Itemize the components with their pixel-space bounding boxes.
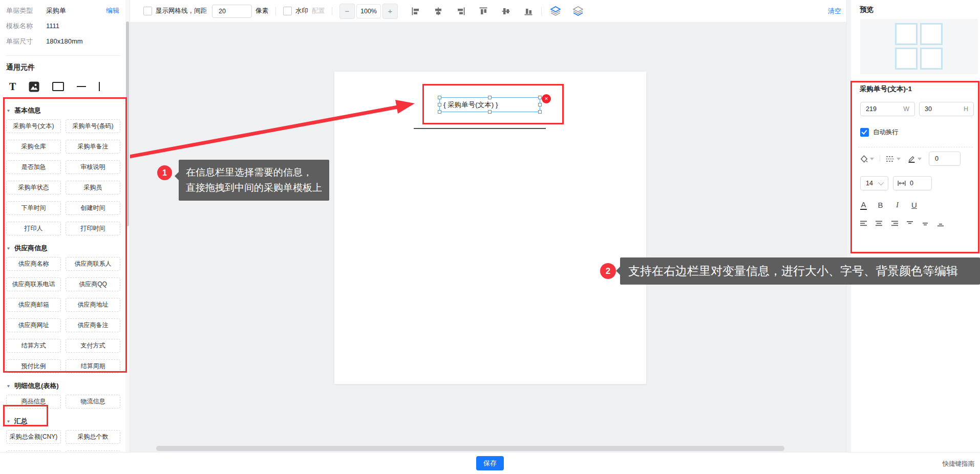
field-button[interactable]: 采购单状态 (6, 181, 61, 195)
zoom-in-button[interactable]: + (382, 4, 398, 19)
vertical-align-top-icon[interactable] (905, 219, 914, 228)
resize-handle[interactable] (438, 110, 441, 114)
collapse-caret-icon: ▼ (6, 419, 11, 424)
clear-canvas-link[interactable]: 清空 (828, 7, 841, 16)
align-top-icon[interactable] (479, 7, 488, 16)
resize-handle[interactable] (538, 96, 542, 99)
template-page[interactable] (334, 72, 646, 384)
hline-tool-icon[interactable] (77, 86, 86, 87)
zoom-out-button[interactable]: − (339, 4, 355, 19)
field-button[interactable]: 物流信息 (66, 395, 120, 408)
field-button[interactable]: 供应商邮箱 (6, 298, 61, 312)
underline-button[interactable]: U (911, 201, 918, 209)
border-width-input[interactable]: 0 (929, 152, 961, 166)
field-button[interactable]: 采购单备注 (66, 140, 120, 154)
field-button[interactable]: 供应商地址 (66, 298, 120, 312)
field-button[interactable]: 支付方式 (66, 339, 120, 353)
section-header[interactable]: ▼供应商信息 (6, 243, 120, 253)
align-bottom-icon[interactable] (524, 7, 533, 16)
text-align-left-icon[interactable] (859, 219, 868, 228)
resize-handle[interactable] (488, 110, 492, 114)
edit-link[interactable]: 编辑 (106, 6, 119, 15)
tooltip-line: 支持在右边栏里对变量信息，进行大小、字号、背景颜色等编辑 (628, 264, 958, 277)
field-button[interactable]: 采购单号(文本) (6, 119, 61, 133)
resize-handle[interactable] (488, 96, 492, 99)
resize-handle[interactable] (538, 110, 542, 114)
sidebar-scrollbar-thumb[interactable] (126, 21, 129, 226)
font-color-button[interactable]: A (860, 200, 867, 210)
field-button[interactable]: 创建时间 (66, 201, 120, 215)
align-left-icon[interactable] (411, 7, 420, 16)
vertical-align-bottom-icon[interactable] (936, 219, 945, 228)
field-button[interactable]: 预付比例 (6, 359, 61, 373)
field-button[interactable]: 供应商QQ (66, 277, 120, 291)
canvas-horizontal-scrollbar[interactable] (156, 446, 784, 451)
field-button[interactable]: 供应商联系电话 (6, 277, 61, 291)
field-button[interactable]: 采购仓库 (6, 140, 61, 154)
align-middle-vertical-icon[interactable] (501, 7, 510, 16)
resize-handle[interactable] (438, 96, 441, 99)
border-style-dropdown[interactable] (886, 155, 901, 163)
delete-element-button[interactable]: ✕ (542, 94, 551, 103)
align-center-horizontal-icon[interactable] (434, 7, 443, 16)
grid-checkbox[interactable] (143, 7, 152, 15)
fill-color-dropdown[interactable] (860, 155, 874, 163)
section-header[interactable]: ▼基本信息 (6, 105, 120, 116)
shortcut-guide-link[interactable]: 快捷键指南 (943, 460, 975, 468)
section-header[interactable]: ▼明细信息(表格) (6, 381, 120, 391)
vertical-align-middle-icon[interactable] (921, 219, 930, 228)
field-section: ▼汇总采购总金额(CNY)采购总个数总到货量总待到货量 (6, 416, 120, 453)
text-tool-icon[interactable]: T (9, 81, 16, 93)
save-button[interactable]: 保存 (476, 456, 504, 470)
watermark-config-link[interactable]: 配置 (312, 7, 325, 15)
canvas-area[interactable]: { 采购单号(文本) } ✕ 1 在信息栏里选择需要的信息， 直接拖拽到中间的采… (130, 23, 846, 453)
watermark-checkbox[interactable] (283, 7, 292, 15)
font-color-dropdown[interactable] (908, 155, 922, 163)
grid-spacing-input[interactable] (212, 5, 252, 18)
size-row: 14 0 (860, 176, 932, 190)
line-element[interactable] (414, 128, 546, 129)
height-input[interactable]: 30 H (919, 102, 974, 116)
field-button[interactable]: 是否加急 (6, 160, 61, 174)
field-button[interactable]: 采购员 (66, 181, 120, 195)
field-button[interactable]: 供应商网址 (6, 318, 61, 332)
field-button[interactable]: 采购总金额(CNY) (6, 430, 61, 444)
send-to-back-icon[interactable] (572, 6, 584, 16)
field-button[interactable]: 下单时间 (6, 201, 61, 215)
resize-handle[interactable] (438, 103, 441, 106)
resize-handle[interactable] (538, 103, 542, 106)
bold-button[interactable]: B (877, 201, 884, 209)
text-align-right-icon[interactable] (890, 219, 899, 228)
tooltip-line: 在信息栏里选择需要的信息， (186, 165, 322, 180)
chevron-down-icon (878, 180, 884, 185)
selected-text-element[interactable]: { 采购单号(文本) } (439, 97, 540, 112)
field-button[interactable]: 供应商联系人 (66, 257, 120, 271)
bring-to-front-icon[interactable] (550, 6, 561, 16)
word-wrap-checkbox[interactable] (860, 128, 869, 137)
image-tool-icon[interactable] (29, 81, 39, 92)
field-button[interactable]: 打印时间 (66, 222, 120, 235)
field-button[interactable]: 供应商备注 (66, 318, 120, 332)
field-button[interactable]: 采购单号(条码) (66, 119, 120, 133)
field-button[interactable]: 商品信息 (6, 395, 61, 408)
field-button[interactable]: 审核说明 (66, 160, 120, 174)
field-button[interactable]: 采购总个数 (66, 430, 120, 444)
text-align-center-icon[interactable] (875, 219, 884, 228)
italic-button[interactable]: I (894, 201, 901, 209)
width-value: 219 (866, 105, 877, 113)
field-section: ▼基本信息采购单号(文本)采购单号(条码)采购仓库采购单备注是否加急审核说明采购… (6, 105, 120, 235)
width-input[interactable]: 219 W (860, 102, 915, 116)
field-button[interactable]: 结算周期 (66, 359, 120, 373)
field-button[interactable]: 打印人 (6, 222, 61, 235)
collapse-caret-icon: ▼ (6, 246, 11, 251)
field-button[interactable]: 结算方式 (6, 339, 61, 353)
letter-spacing-input[interactable]: 0 (893, 176, 932, 190)
rect-tool-icon[interactable] (52, 82, 64, 91)
font-size-select[interactable]: 14 (860, 176, 888, 190)
section-header[interactable]: ▼汇总 (6, 416, 120, 426)
align-right-icon[interactable] (456, 7, 465, 16)
word-wrap-toggle[interactable]: 自动换行 (860, 128, 899, 137)
vline-tool-icon[interactable] (99, 82, 100, 91)
meta-label: 单据类型 (6, 6, 39, 15)
field-button[interactable]: 供应商名称 (6, 257, 61, 271)
